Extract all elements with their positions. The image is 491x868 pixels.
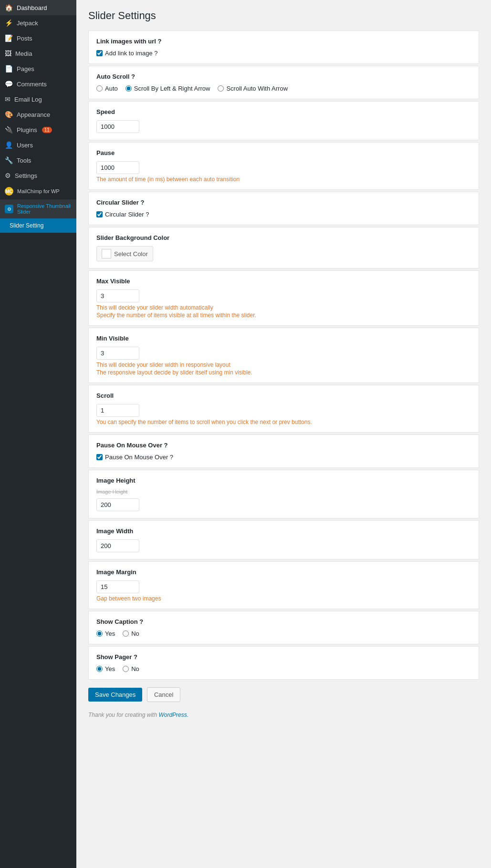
appearance-icon: 🎨 xyxy=(5,111,13,118)
sidebar-item-label: Email Log xyxy=(14,96,42,103)
sidebar-item-label: MailChimp for WP xyxy=(17,188,60,194)
pause-field-row xyxy=(96,161,471,174)
section-image-width: Image Width xyxy=(88,520,479,559)
cancel-button[interactable]: Cancel xyxy=(147,687,180,702)
pager-no-input[interactable] xyxy=(123,666,129,672)
radio-scroll-auto-arrow-input[interactable] xyxy=(218,85,224,92)
section-pause-mouse: Pause On Mouse Over ? Pause On Mouse Ove… xyxy=(88,434,479,468)
buttons-row: Save Changes Cancel xyxy=(88,687,479,702)
show-caption-radio-group: Yes No xyxy=(96,630,471,637)
pager-no[interactable]: No xyxy=(123,665,139,672)
caption-yes-input[interactable] xyxy=(96,630,103,637)
sidebar-item-label: Tools xyxy=(17,157,31,164)
caption-no[interactable]: No xyxy=(123,630,139,637)
section-image-margin: Image Margin Gap between two images xyxy=(88,561,479,609)
section-image-height: Image Height Image Height xyxy=(88,470,479,518)
pause-mouse-checkbox[interactable] xyxy=(96,454,103,460)
jetpack-icon: ⚡ xyxy=(5,19,13,27)
sidebar-item-users[interactable]: 👤 Users xyxy=(0,137,76,153)
sidebar-item-label: Media xyxy=(15,50,32,57)
sidebar-item-pages[interactable]: 📄 Pages xyxy=(0,61,76,76)
select-color-button[interactable]: Select Color xyxy=(96,246,153,261)
sidebar-item-media[interactable]: 🖼 Media xyxy=(0,46,76,61)
sidebar-item-mailchimp[interactable]: MC MailChimp for WP xyxy=(0,183,76,199)
image-width-label: Image Width xyxy=(96,527,471,535)
radio-scroll-lr-input[interactable] xyxy=(125,85,132,92)
sidebar-item-label: Dashboard xyxy=(17,4,47,11)
scroll-label: Scroll xyxy=(96,392,471,399)
pause-mouse-label: Pause On Mouse Over ? xyxy=(96,442,471,449)
sidebar-item-tools[interactable]: 🔧 Tools xyxy=(0,153,76,168)
sidebar-item-comments[interactable]: 💬 Comments xyxy=(0,76,76,92)
pager-yes-label: Yes xyxy=(105,665,115,672)
pause-mouse-checkbox-option[interactable]: Pause On Mouse Over ? xyxy=(96,454,471,461)
speed-input[interactable] xyxy=(96,120,139,133)
circular-slider-checkbox-option[interactable]: Circular Slider ? xyxy=(96,211,471,218)
link-images-checkbox-option[interactable]: Add link to image ? xyxy=(96,50,471,57)
link-images-label: Link images with url ? xyxy=(96,38,471,45)
radio-auto-input[interactable] xyxy=(96,85,103,92)
rts-icon: ⚙ xyxy=(5,205,13,213)
min-visible-hint2: The responsive layout decide by slider i… xyxy=(96,369,471,376)
pager-yes[interactable]: Yes xyxy=(96,665,115,672)
sidebar-item-dashboard[interactable]: 🏠 Dashboard xyxy=(0,0,76,15)
radio-scroll-lr-label: Scroll By Left & Right Arrow xyxy=(134,85,210,92)
section-circular-slider: Circular Slider ? Circular Slider ? xyxy=(88,192,479,225)
sidebar-item-email-log[interactable]: ✉ Email Log xyxy=(0,92,76,107)
image-margin-input[interactable] xyxy=(96,580,139,593)
circular-slider-checkbox[interactable] xyxy=(96,211,103,217)
max-visible-input[interactable] xyxy=(96,289,139,302)
image-height-label: Image Height xyxy=(96,477,471,484)
sidebar-item-label: Settings xyxy=(15,172,37,179)
caption-yes[interactable]: Yes xyxy=(96,630,115,637)
sidebar-item-label: Posts xyxy=(17,35,32,42)
pause-mouse-checkbox-label: Pause On Mouse Over ? xyxy=(105,454,173,461)
image-height-input[interactable] xyxy=(96,498,139,511)
link-images-checkbox[interactable] xyxy=(96,50,103,56)
email-icon: ✉ xyxy=(5,95,10,103)
slider-setting-label: Slider Setting xyxy=(10,222,43,229)
scroll-input[interactable] xyxy=(96,404,139,417)
show-pager-label: Show Pager ? xyxy=(96,653,471,661)
section-auto-scroll: Auto Scroll ? Auto Scroll By Left & Righ… xyxy=(88,66,479,99)
radio-scroll-lr[interactable]: Scroll By Left & Right Arrow xyxy=(125,85,210,92)
section-show-pager: Show Pager ? Yes No xyxy=(88,646,479,680)
max-visible-hint2: Specify the number of items visible at a… xyxy=(96,312,471,319)
sidebar-item-appearance[interactable]: 🎨 Appearance xyxy=(0,107,76,122)
footer-link[interactable]: WordPress. xyxy=(158,712,188,718)
caption-no-input[interactable] xyxy=(123,630,129,637)
sidebar-item-posts[interactable]: 📝 Posts xyxy=(0,31,76,46)
sidebar-item-settings[interactable]: ⚙ Settings xyxy=(0,168,76,183)
sidebar-item-jetpack[interactable]: ⚡ Jetpack xyxy=(0,15,76,31)
save-changes-button[interactable]: Save Changes xyxy=(88,688,142,702)
slider-bg-color-label: Slider Background Color xyxy=(96,234,471,241)
section-pause: Pause The amount of time (in ms) between… xyxy=(88,142,479,190)
sidebar-item-rts[interactable]: ⚙ Responsive Thumbnail Slider xyxy=(0,199,76,218)
min-visible-hint1: This will decide your slider width in re… xyxy=(96,362,471,368)
pause-hint: The amount of time (in ms) between each … xyxy=(96,176,471,183)
pages-icon: 📄 xyxy=(5,65,13,72)
sidebar-item-label: Jetpack xyxy=(17,20,38,27)
sidebar-item-plugins[interactable]: 🔌 Plugins 11 xyxy=(0,122,76,137)
section-max-visible: Max Visible This will decide your slider… xyxy=(88,270,479,326)
section-speed: Speed xyxy=(88,101,479,140)
footer-text: Thank you for creating with xyxy=(88,712,158,718)
sidebar-item-slider-setting[interactable]: Slider Setting xyxy=(0,218,76,233)
pager-no-label: No xyxy=(131,665,139,672)
sidebar-submenu: Slider Setting xyxy=(0,218,76,233)
select-color-label: Select Color xyxy=(114,250,148,258)
radio-scroll-auto-arrow[interactable]: Scroll Auto With Arrow xyxy=(218,85,288,92)
image-height-field-row xyxy=(96,498,471,511)
users-icon: 👤 xyxy=(5,141,13,149)
radio-auto[interactable]: Auto xyxy=(96,85,118,92)
plugins-icon: 🔌 xyxy=(5,126,13,134)
caption-yes-label: Yes xyxy=(105,630,115,637)
link-images-checkbox-label: Add link to image ? xyxy=(105,50,158,57)
sidebar-item-label: Appearance xyxy=(17,111,50,118)
min-visible-input[interactable] xyxy=(96,347,139,360)
image-width-input[interactable] xyxy=(96,539,139,552)
pause-input[interactable] xyxy=(96,161,139,174)
pager-yes-input[interactable] xyxy=(96,666,103,672)
circular-slider-checkbox-label: Circular Slider ? xyxy=(105,211,149,218)
auto-scroll-radio-group: Auto Scroll By Left & Right Arrow Scroll… xyxy=(96,85,471,92)
